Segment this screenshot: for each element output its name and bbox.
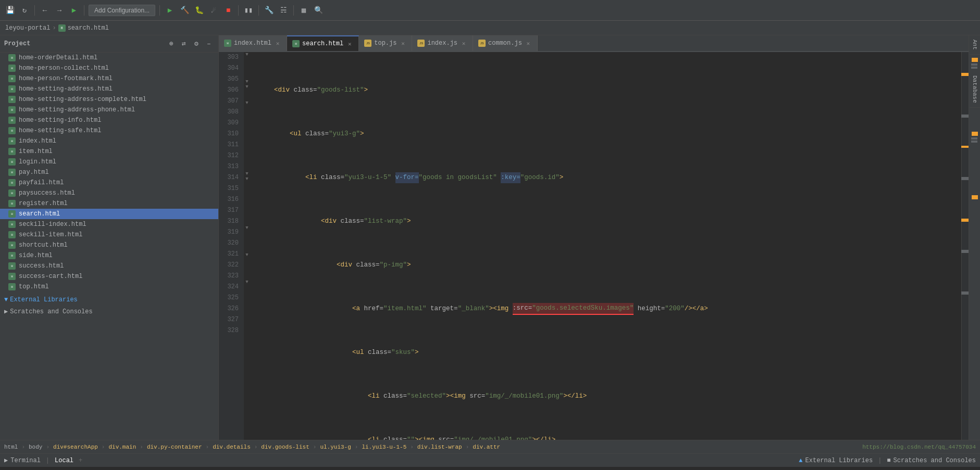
- file-item-seckill-index[interactable]: H seckill-index.html: [0, 219, 218, 230]
- minimap-marker-2: [961, 115, 969, 118]
- line-num-309: 309: [219, 118, 244, 129]
- tab-close-search[interactable]: ✕: [346, 40, 353, 47]
- status-html[interactable]: html: [4, 444, 18, 450]
- status-body[interactable]: body: [29, 444, 42, 450]
- file-item-item[interactable]: H item.html: [0, 146, 218, 157]
- line-num-317: 317: [219, 205, 244, 216]
- browser-icon[interactable]: ☵: [278, 5, 289, 16]
- file-item-top[interactable]: H top.html: [0, 282, 218, 292]
- refresh-icon[interactable]: ↻: [19, 5, 30, 16]
- status-url[interactable]: https://blog.csdn.net/qq_44757034: [857, 444, 976, 450]
- line-num-326: 326: [219, 303, 244, 314]
- file-item-pay[interactable]: H pay.html: [0, 167, 218, 177]
- file-item-register[interactable]: H register.html: [0, 198, 218, 209]
- file-item-success-cart[interactable]: H success-cart.html: [0, 271, 218, 282]
- external-lib-bottom[interactable]: ▲ External Libraries: [799, 457, 873, 464]
- tab-search-html[interactable]: H search.html ✕: [287, 35, 359, 51]
- terminal-section[interactable]: ▶ Terminal: [4, 456, 41, 464]
- debug-icon[interactable]: 🐛: [193, 5, 205, 16]
- file-item-seckill-item[interactable]: H seckill-item.html: [0, 230, 218, 240]
- fold-324: [244, 242, 250, 252]
- line-num-324: 324: [219, 282, 244, 293]
- status-div-details[interactable]: div.details: [213, 444, 251, 450]
- tab-index-html[interactable]: H index.html ✕: [219, 35, 287, 51]
- external-libraries-section[interactable]: ▼ External Libraries: [0, 294, 218, 306]
- external-lib-label: External Libraries: [805, 457, 873, 464]
- file-item-home-setting-address[interactable]: H home-setting-address.html: [0, 84, 218, 94]
- fold-306[interactable]: ▼: [244, 79, 250, 84]
- database-panel-item[interactable]: Database: [970, 71, 980, 108]
- file-item-shortcut[interactable]: H shortcut.html: [0, 240, 218, 250]
- file-html-icon: H: [8, 283, 16, 290]
- scratches-bottom[interactable]: ■ Scratches and Consoles: [887, 457, 976, 464]
- sidebar-settings-icon[interactable]: ⚙: [191, 39, 202, 49]
- back-icon[interactable]: ←: [39, 5, 51, 16]
- code-content[interactable]: <div class="goods-list"> <ul class="yui3…: [254, 52, 961, 440]
- file-item-payfail[interactable]: H payfail.html: [0, 177, 218, 188]
- status-div-list-wrap[interactable]: div.list-wrap: [417, 444, 462, 450]
- file-item-home-setting-address-complete[interactable]: H home-setting-address-complete.html: [0, 94, 218, 105]
- coverage-icon[interactable]: ☄: [208, 5, 219, 16]
- breadcrumb-filename[interactable]: search.html: [68, 24, 109, 32]
- tab-close-common[interactable]: ✕: [525, 40, 532, 47]
- split-icon[interactable]: ▦: [298, 5, 309, 16]
- forward-icon[interactable]: →: [54, 5, 65, 16]
- bookmark-icon[interactable]: ▶: [68, 5, 80, 16]
- stop-icon[interactable]: ■: [222, 5, 234, 16]
- tools-icon[interactable]: 🔧: [263, 5, 275, 16]
- pause-icon[interactable]: ▮▮: [243, 5, 254, 16]
- status-div-searchapp[interactable]: div#searchApp: [53, 444, 98, 450]
- file-item-home-setting-address-phone[interactable]: H home-setting-address-phone.html: [0, 105, 218, 115]
- tab-common-js[interactable]: JS common.js ✕: [473, 35, 538, 51]
- save-icon[interactable]: 💾: [4, 5, 16, 16]
- run-icon[interactable]: ▶: [164, 5, 176, 16]
- file-item-home-person-footmark[interactable]: H home-person-footmark.html: [0, 73, 218, 84]
- minibar-5: [971, 137, 977, 139]
- code-container[interactable]: 303 304 305 306 307 308 309 310 311 312 …: [219, 52, 969, 440]
- sidebar-header-icons: ⊕ ⇄ ⚙ –: [166, 39, 214, 49]
- tab-close-top[interactable]: ✕: [399, 40, 406, 47]
- add-config-button[interactable]: Add Configuration...: [89, 5, 155, 16]
- search-icon[interactable]: 🔍: [313, 5, 324, 16]
- sidebar-add-icon[interactable]: ⊕: [166, 39, 177, 49]
- file-item-home-setting-safe[interactable]: H home-setting-safe.html: [0, 125, 218, 136]
- file-item-home-person-collect[interactable]: H home-person-collect.html: [0, 63, 218, 73]
- tab-close-indexjs[interactable]: ✕: [460, 40, 467, 47]
- breadcrumb-project[interactable]: leyou-portal: [5, 24, 50, 32]
- fold-309[interactable]: ▼: [244, 100, 250, 106]
- tab-close-index[interactable]: ✕: [274, 40, 281, 47]
- scratches-section[interactable]: ▶ Scratches and Consoles: [0, 306, 218, 317]
- fold-325[interactable]: ▼: [244, 252, 250, 258]
- file-item-search[interactable]: H search.html: [0, 209, 218, 219]
- tab-top-js[interactable]: JS top.js ✕: [359, 35, 412, 51]
- scrollbar-minimap[interactable]: [961, 52, 969, 440]
- file-item-home-setting-info[interactable]: H home-setting-info.html: [0, 115, 218, 125]
- status-li-yui3[interactable]: li.yui3-u-1-5: [362, 444, 406, 450]
- sidebar-minimize-icon[interactable]: –: [204, 39, 214, 49]
- file-item-success[interactable]: H success.html: [0, 261, 218, 271]
- fold-322[interactable]: ▼: [244, 225, 250, 231]
- sidebar-file-list[interactable]: H home-orderDetail.html H home-person-co…: [0, 53, 218, 440]
- status-ul-yui3-g[interactable]: ul.yui3-g: [320, 444, 351, 450]
- fold-303[interactable]: ▼: [244, 52, 250, 57]
- file-item-home-orderdetail[interactable]: H home-orderDetail.html: [0, 53, 218, 63]
- status-div-attr[interactable]: div.attr: [473, 444, 500, 450]
- fold-328[interactable]: ▼: [244, 280, 250, 285]
- build-icon[interactable]: 🔨: [179, 5, 190, 16]
- file-item-side[interactable]: H side.html: [0, 250, 218, 261]
- file-html-icon: H: [8, 148, 16, 155]
- status-breadcrumb: html › body › div#searchApp › div.main ›…: [4, 444, 857, 450]
- tab-index-js[interactable]: JS index.js ✕: [412, 35, 473, 51]
- fold-307[interactable]: ▼: [244, 84, 250, 90]
- local-section[interactable]: Local: [55, 457, 73, 464]
- status-div-py-container[interactable]: div.py-container: [147, 444, 202, 450]
- fold-317[interactable]: ▼: [244, 176, 250, 182]
- file-item-login[interactable]: H login.html: [0, 157, 218, 167]
- file-item-index[interactable]: H index.html: [0, 136, 218, 146]
- file-item-paysuccess[interactable]: H paysuccess.html: [0, 188, 218, 198]
- sidebar-collapse-icon[interactable]: ⇄: [179, 39, 189, 49]
- status-div-goods-list[interactable]: div.goods-list: [261, 444, 309, 450]
- ant-panel-item[interactable]: Ant: [970, 35, 980, 55]
- status-div-main[interactable]: div.main: [108, 444, 136, 450]
- fold-316[interactable]: ▼: [244, 171, 250, 176]
